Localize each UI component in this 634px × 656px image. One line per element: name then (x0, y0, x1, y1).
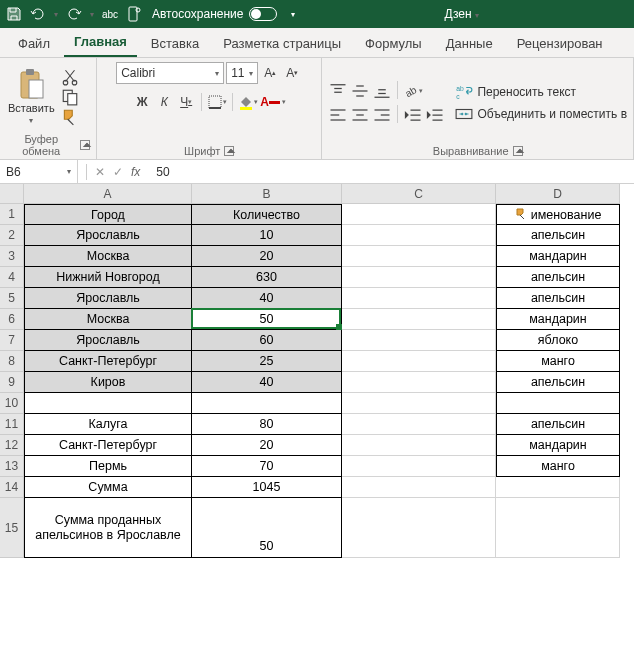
undo-dropdown-icon[interactable]: ▾ (54, 10, 58, 19)
cell[interactable]: апельсин (496, 267, 620, 288)
cell[interactable]: Санкт-Петербург (24, 435, 192, 456)
tab-insert[interactable]: Вставка (141, 30, 209, 57)
align-right-icon[interactable] (372, 105, 392, 125)
row-header[interactable]: 1 (0, 204, 24, 225)
row-header[interactable]: 13 (0, 456, 24, 477)
cell[interactable]: яблоко (496, 330, 620, 351)
cell[interactable] (342, 225, 496, 246)
font-color-button[interactable]: A (260, 92, 280, 112)
cell[interactable] (496, 393, 620, 414)
cell[interactable]: 40 (192, 372, 342, 393)
save-icon[interactable] (6, 6, 22, 22)
cell[interactable] (342, 435, 496, 456)
column-header[interactable]: C (342, 184, 496, 204)
align-bottom-icon[interactable] (372, 81, 392, 101)
italic-button[interactable]: К (154, 92, 174, 112)
cell[interactable] (342, 330, 496, 351)
decrease-indent-icon[interactable] (403, 105, 423, 125)
align-left-icon[interactable] (328, 105, 348, 125)
cell[interactable]: 60 (192, 330, 342, 351)
cell[interactable] (342, 414, 496, 435)
font-size-select[interactable]: 11▾ (226, 62, 258, 84)
cell[interactable]: Калуга (24, 414, 192, 435)
cell[interactable]: 630 (192, 267, 342, 288)
cancel-formula-icon[interactable]: ✕ (95, 165, 105, 179)
cell[interactable] (342, 309, 496, 330)
name-box[interactable]: B6▾ (0, 160, 78, 183)
cell[interactable]: Ярославль (24, 330, 192, 351)
cell[interactable]: Нижний Новгород (24, 267, 192, 288)
cell[interactable]: Москва (24, 246, 192, 267)
tab-home[interactable]: Главная (64, 28, 137, 57)
borders-button[interactable]: ▾ (207, 92, 227, 112)
cell[interactable]: 70 (192, 456, 342, 477)
cell[interactable]: 10 (192, 225, 342, 246)
cell[interactable]: Санкт-Петербург (24, 351, 192, 372)
cell[interactable]: мандарин (496, 435, 620, 456)
increase-font-icon[interactable]: A▴ (260, 63, 280, 83)
increase-indent-icon[interactable] (425, 105, 445, 125)
cell[interactable]: Москва (24, 309, 192, 330)
merge-center-button[interactable]: Объединить и поместить в (455, 105, 627, 123)
row-header[interactable]: 10 (0, 393, 24, 414)
align-middle-icon[interactable] (350, 81, 370, 101)
cell[interactable]: 1045 (192, 477, 342, 498)
cell[interactable] (342, 267, 496, 288)
undo-icon[interactable] (30, 6, 46, 22)
orientation-icon[interactable]: ab▾ (403, 81, 423, 101)
cell[interactable]: Пермь (24, 456, 192, 477)
cell[interactable]: 25 (192, 351, 342, 372)
tab-formulas[interactable]: Формулы (355, 30, 432, 57)
cell[interactable]: апельсин (496, 414, 620, 435)
cut-icon[interactable] (61, 68, 79, 86)
cell[interactable]: апельсин (496, 288, 620, 309)
row-header[interactable]: 12 (0, 435, 24, 456)
toggle-switch-icon[interactable] (249, 7, 277, 21)
cell[interactable]: Сумма (24, 477, 192, 498)
cell[interactable]: манго (496, 351, 620, 372)
row-header[interactable]: 6 (0, 309, 24, 330)
cell[interactable] (342, 246, 496, 267)
cell[interactable]: Количество (192, 204, 342, 225)
row-header[interactable]: 3 (0, 246, 24, 267)
dialog-launcher-icon[interactable] (80, 140, 90, 150)
cell[interactable] (496, 498, 620, 558)
autosave-toggle[interactable]: Автосохранение (152, 7, 277, 21)
font-name-select[interactable]: Calibri▾ (116, 62, 224, 84)
wrap-text-button[interactable]: abc Переносить текст (455, 83, 627, 101)
cell[interactable]: именование (496, 204, 620, 225)
cell[interactable]: апельсин (496, 225, 620, 246)
cell[interactable]: Ярославль (24, 288, 192, 309)
row-header[interactable]: 7 (0, 330, 24, 351)
cell[interactable]: 50 (192, 498, 342, 558)
confirm-formula-icon[interactable]: ✓ (113, 165, 123, 179)
format-painter-icon[interactable] (61, 108, 79, 126)
cell[interactable]: мандарин (496, 309, 620, 330)
cell[interactable]: 80 (192, 414, 342, 435)
row-header[interactable]: 5 (0, 288, 24, 309)
cell[interactable] (342, 477, 496, 498)
dialog-launcher-icon[interactable] (224, 146, 234, 156)
cell[interactable] (342, 393, 496, 414)
paste-button[interactable]: Вставить ▾ (6, 66, 57, 127)
cell[interactable]: манго (496, 456, 620, 477)
cell[interactable] (342, 498, 496, 558)
select-all-corner[interactable] (0, 184, 24, 204)
cell[interactable]: 20 (192, 435, 342, 456)
touch-mode-icon[interactable] (126, 6, 142, 22)
cell[interactable] (342, 351, 496, 372)
tab-review[interactable]: Рецензирован (507, 30, 613, 57)
row-header[interactable]: 11 (0, 414, 24, 435)
cell[interactable]: Киров (24, 372, 192, 393)
redo-dropdown-icon[interactable]: ▾ (90, 10, 94, 19)
cell[interactable] (342, 288, 496, 309)
dialog-launcher-icon[interactable] (513, 146, 523, 156)
row-header[interactable]: 8 (0, 351, 24, 372)
cell[interactable]: Город (24, 204, 192, 225)
decrease-font-icon[interactable]: A▾ (282, 63, 302, 83)
cell[interactable] (342, 372, 496, 393)
formula-input[interactable]: 50 (148, 165, 169, 179)
cell[interactable]: 40 (192, 288, 342, 309)
copy-icon[interactable] (61, 88, 79, 106)
underline-button[interactable]: Ч▾ (176, 92, 196, 112)
